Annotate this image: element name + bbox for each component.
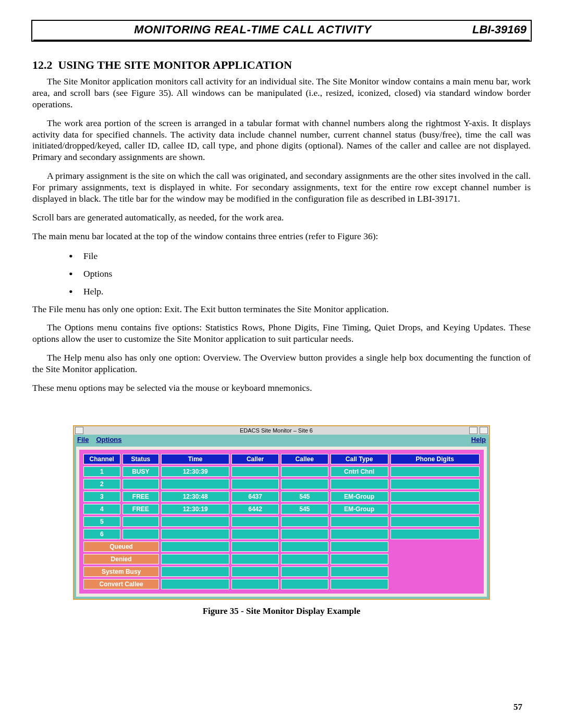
cell-caller: 6437 [231, 491, 279, 502]
titlebar[interactable]: EDACS Site Monitor – Site 6 [74, 426, 489, 435]
status-label: System Busy [83, 566, 159, 577]
status-label: Convert Callee [83, 579, 159, 589]
cell-type [331, 529, 388, 539]
cell-type: EM-Group [331, 491, 388, 502]
status-cell [231, 541, 279, 552]
status-cell [281, 554, 328, 564]
status-cell [331, 541, 388, 552]
status-row: Queued [83, 541, 480, 552]
menu-file[interactable]: File [77, 436, 89, 443]
paragraph: These menu options may be selected via t… [32, 382, 531, 394]
menu-help[interactable]: Help [471, 436, 486, 443]
header-doc-id: LBI-39169 [472, 23, 530, 36]
cell-status [123, 529, 160, 539]
col-caller[interactable]: Caller [231, 454, 279, 464]
paragraph: The Options menu contains five options: … [32, 322, 531, 345]
cell-caller [231, 516, 279, 527]
table-row[interactable]: 6 [83, 529, 480, 539]
page-number: 57 [513, 702, 522, 712]
table-row[interactable]: 5 [83, 516, 480, 527]
table-header-row: Channel Status Time Caller Callee Call T… [83, 454, 480, 464]
cell-ch: 2 [83, 479, 120, 489]
col-call-type[interactable]: Call Type [331, 454, 388, 464]
cell-time [161, 479, 229, 489]
status-blank [390, 579, 480, 589]
cell-digits [390, 529, 480, 539]
status-cell [281, 541, 328, 552]
table-row[interactable]: 2 [83, 479, 480, 489]
list-item: Help. [69, 285, 531, 299]
status-cell [161, 566, 229, 577]
work-area: Channel Status Time Caller Callee Call T… [76, 447, 487, 597]
section-heading: 12.2 USING THE SITE MONITOR APPLICATION [32, 58, 531, 72]
channel-table: Channel Status Time Caller Callee Call T… [81, 452, 482, 591]
cell-callee: 545 [281, 491, 328, 502]
col-phone-digits[interactable]: Phone Digits [390, 454, 480, 464]
cell-time [161, 529, 229, 539]
status-cell [231, 566, 279, 577]
maximize-icon[interactable] [480, 427, 488, 434]
status-cell [331, 579, 388, 589]
minimize-icon[interactable] [469, 427, 478, 434]
status-cell [161, 541, 229, 552]
cell-caller: 6442 [231, 504, 279, 514]
status-blank [390, 566, 480, 577]
cell-time: 12:30:19 [161, 504, 229, 514]
paragraph: The work area portion of the screen is a… [32, 118, 531, 164]
cell-digits [390, 479, 480, 489]
cell-caller [231, 466, 279, 477]
col-callee[interactable]: Callee [281, 454, 328, 464]
status-row: Denied [83, 554, 480, 564]
col-time[interactable]: Time [161, 454, 229, 464]
window-menu-icon[interactable] [75, 427, 83, 434]
menu-options[interactable]: Options [96, 436, 121, 443]
cell-digits [390, 504, 480, 514]
status-row: Convert Callee [83, 579, 480, 589]
table-row[interactable]: 1BUSY12:30:39Cntrl Chnl [83, 466, 480, 477]
page-header: MONITORING REAL-TIME CALL ACTIVITY LBI-3… [33, 21, 530, 41]
cell-ch: 5 [83, 516, 120, 527]
header-title: MONITORING REAL-TIME CALL ACTIVITY [33, 23, 472, 36]
cell-callee [281, 466, 328, 477]
cell-callee [281, 479, 328, 489]
cell-caller [231, 479, 279, 489]
cell-digits [390, 466, 480, 477]
status-cell [331, 554, 388, 564]
paragraph: A primary assignment is the site on whic… [32, 170, 531, 205]
status-blank [390, 554, 480, 564]
cell-type [331, 479, 388, 489]
table-row[interactable]: 3FREE12:30:486437545EM-Group [83, 491, 480, 502]
col-channel[interactable]: Channel [83, 454, 120, 464]
cell-status [123, 516, 160, 527]
section-title: USING THE SITE MONITOR APPLICATION [58, 58, 292, 71]
status-label: Denied [83, 554, 159, 564]
cell-type: EM-Group [331, 504, 388, 514]
status-cell [331, 566, 388, 577]
paragraph: The Site Monitor application monitors ca… [32, 76, 531, 110]
paragraph: The main menu bar located at the top of … [32, 231, 531, 242]
figure-caption: Figure 35 - Site Monitor Display Example [73, 606, 490, 616]
cell-status: FREE [123, 504, 160, 514]
status-label: Queued [83, 541, 159, 552]
col-status[interactable]: Status [123, 454, 160, 464]
status-row: System Busy [83, 566, 480, 577]
status-blank [390, 541, 480, 552]
table-row[interactable]: 4FREE12:30:196442545EM-Group [83, 504, 480, 514]
paragraph: The File menu has only one option: Exit.… [32, 304, 531, 315]
titlebar-text: EDACS Site Monitor – Site 6 [84, 427, 468, 434]
site-monitor-window: EDACS Site Monitor – Site 6 File Options… [73, 425, 490, 600]
list-item: File [69, 250, 531, 263]
cell-callee [281, 516, 328, 527]
cell-ch: 4 [83, 504, 120, 514]
cell-callee: 545 [281, 504, 328, 514]
status-cell [231, 554, 279, 564]
cell-caller [231, 529, 279, 539]
cell-callee [281, 529, 328, 539]
menubar: File Options Help [74, 435, 489, 445]
cell-status: FREE [123, 491, 160, 502]
cell-status: BUSY [123, 466, 160, 477]
cell-ch: 1 [83, 466, 120, 477]
status-cell [161, 579, 229, 589]
cell-status [123, 479, 160, 489]
cell-type: Cntrl Chnl [331, 466, 388, 477]
